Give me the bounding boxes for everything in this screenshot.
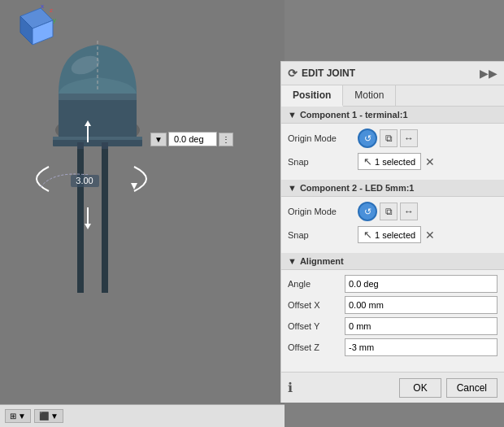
- flip-icon-2: ↔: [404, 206, 414, 217]
- svg-rect-14: [102, 146, 108, 293]
- svg-rect-9: [59, 94, 137, 138]
- panel-tabs: Position Motion: [281, 85, 504, 107]
- offsety-input[interactable]: [345, 317, 497, 335]
- origin-mode-button-1[interactable]: ↺: [358, 129, 377, 148]
- snap-value-1: 1 selected: [375, 157, 415, 167]
- offsetz-input[interactable]: [345, 338, 497, 356]
- led-illustration: 3.00: [8, 16, 203, 342]
- snap-cursor-icon-2: ↖: [363, 229, 372, 241]
- component1-body: Origin Mode ↺ ⧉ ↔ Snap ↖: [281, 124, 504, 180]
- component1-title: Component 1 - terminal:1: [300, 110, 408, 120]
- svg-text:z: z: [50, 7, 53, 14]
- snap-controls-2: ↖ 1 selected ✕: [358, 226, 497, 243]
- copy-origin-btn-1[interactable]: ⧉: [380, 129, 398, 147]
- snap-selected-2[interactable]: ↖ 1 selected: [358, 226, 421, 243]
- component2-header: ▼ Component 2 - LED 5mm:1: [281, 180, 504, 197]
- svg-rect-13: [77, 146, 84, 293]
- snap-row-2: Snap ↖ 1 selected ✕: [288, 226, 497, 243]
- copy-icon-2: ⧉: [385, 206, 393, 217]
- offsetx-row: Offset X: [288, 296, 497, 314]
- snap-label-2: Snap: [288, 230, 353, 240]
- svg-marker-17: [131, 183, 137, 190]
- svg-marker-19: [85, 224, 91, 229]
- panel-expand-icon[interactable]: ▶▶: [480, 67, 497, 80]
- snap-row-1: Snap ↖ 1 selected ✕: [288, 153, 497, 170]
- dim-dropdown-icon: ▼: [154, 135, 163, 144]
- component2-title: Component 2 - LED 5mm:1: [300, 183, 415, 193]
- offsety-label: Offset Y: [288, 321, 345, 331]
- edit-joint-panel: ⟳ EDIT JOINT ▶▶ Position Motion ▼ Compon…: [280, 61, 504, 403]
- origin-mode-button-2[interactable]: ↺: [358, 202, 377, 221]
- tab-motion[interactable]: Motion: [343, 85, 396, 106]
- offsety-row: Offset Y: [288, 317, 497, 335]
- panel-title-text: EDIT JOINT: [302, 68, 355, 79]
- origin-mode-row-2: Origin Mode ↺ ⧉ ↔: [288, 202, 497, 221]
- origin-mode-controls-2: ↺ ⧉ ↔: [358, 202, 497, 221]
- footer-buttons: OK Cancel: [399, 378, 497, 398]
- alignment-body: Angle Offset X Offset Y Offset Z: [281, 270, 504, 364]
- component2-body: Origin Mode ↺ ⧉ ↔ Snap ↖: [281, 197, 504, 253]
- panel-title: ⟳ EDIT JOINT: [288, 67, 355, 80]
- panel-footer: ℹ OK Cancel: [281, 372, 504, 403]
- joint-icon: ⟳: [288, 67, 298, 80]
- alignment-header: ▼ Alignment: [281, 253, 504, 270]
- origin-mode-icon-2: ↺: [364, 207, 371, 217]
- 3d-viewport[interactable]: z y x: [0, 0, 285, 427]
- snap-cursor-icon-1: ↖: [363, 155, 372, 168]
- cancel-button[interactable]: Cancel: [446, 378, 497, 398]
- copy-origin-btn-2[interactable]: ⧉: [380, 203, 398, 220]
- dimension-value-input[interactable]: [168, 132, 217, 146]
- snap-selected-1[interactable]: ↖ 1 selected: [358, 153, 421, 170]
- ok-button[interactable]: OK: [399, 378, 441, 398]
- origin-mode-label-1: Origin Mode: [288, 133, 353, 143]
- snap-controls-1: ↖ 1 selected ✕: [358, 153, 497, 170]
- display-dropdown: ▼: [50, 412, 59, 420]
- offsetx-label: Offset X: [288, 300, 345, 310]
- svg-text:3.00: 3.00: [76, 176, 93, 185]
- component1-header: ▼ Component 1 - terminal:1: [281, 107, 504, 124]
- svg-rect-16: [102, 142, 108, 149]
- bottom-toolbar: ⊞ ▼ ⬛ ▼: [0, 404, 285, 427]
- svg-rect-15: [77, 142, 84, 149]
- angle-input[interactable]: [345, 275, 497, 293]
- snap-clear-btn-2[interactable]: ✕: [424, 229, 437, 242]
- collapse-icon-1[interactable]: ▼: [288, 110, 297, 120]
- grid-dropdown: ▼: [18, 412, 26, 420]
- alignment-title: Alignment: [300, 256, 344, 266]
- grid-icon: ⊞: [10, 412, 16, 420]
- svg-rect-12: [53, 137, 142, 140]
- origin-mode-icon-1: ↺: [364, 133, 371, 144]
- dimension-input-group[interactable]: ▼ ⋮: [150, 132, 233, 146]
- offsetx-input[interactable]: [345, 296, 497, 314]
- tab-position[interactable]: Position: [281, 85, 343, 107]
- collapse-icon-3[interactable]: ▼: [288, 256, 297, 266]
- svg-rect-10: [59, 94, 137, 100]
- origin-mode-row-1: Origin Mode ↺ ⧉ ↔: [288, 129, 497, 148]
- copy-icon-1: ⧉: [385, 133, 393, 144]
- collapse-icon-2[interactable]: ▼: [288, 183, 297, 193]
- info-icon[interactable]: ℹ: [288, 380, 293, 395]
- grid-button[interactable]: ⊞ ▼: [5, 409, 31, 423]
- panel-header: ⟳ EDIT JOINT ▶▶: [281, 62, 504, 85]
- flip-btn-2[interactable]: ↔: [400, 203, 418, 220]
- snap-clear-btn-1[interactable]: ✕: [424, 155, 437, 168]
- flip-btn-1[interactable]: ↔: [400, 129, 418, 147]
- offsetz-row: Offset Z: [288, 338, 497, 356]
- dim-icon-button[interactable]: ▼: [150, 133, 167, 146]
- origin-mode-label-2: Origin Mode: [288, 207, 353, 216]
- dim-menu-button[interactable]: ⋮: [219, 133, 233, 146]
- angle-row: Angle: [288, 275, 497, 293]
- snap-value-2: 1 selected: [375, 230, 415, 240]
- display-icon: ⬛: [39, 412, 49, 420]
- flip-icon-1: ↔: [404, 133, 414, 144]
- origin-mode-controls-1: ↺ ⧉ ↔: [358, 129, 497, 148]
- panel-content: ▼ Component 1 - terminal:1 Origin Mode ↺…: [281, 107, 504, 369]
- svg-text:x: x: [41, 4, 44, 10]
- snap-label-1: Snap: [288, 157, 353, 167]
- angle-label: Angle: [288, 279, 345, 289]
- display-button[interactable]: ⬛ ▼: [34, 409, 63, 423]
- offsetz-label: Offset Z: [288, 342, 345, 352]
